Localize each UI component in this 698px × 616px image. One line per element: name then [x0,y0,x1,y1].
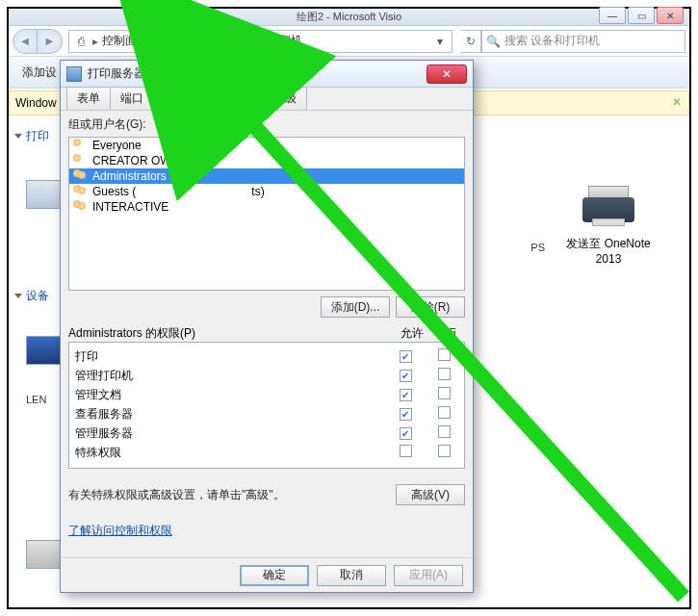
permission-name: 管理服务器 [75,425,381,442]
permission-row: 打印 [75,346,458,366]
allow-checkbox[interactable] [400,389,412,401]
dialog-tabstrip: 表单 端口 驱动程序 安全 高级 [61,88,473,111]
breadcrumb-dropdown-icon[interactable]: ▾ [432,35,448,48]
deny-checkbox[interactable] [438,368,451,380]
app-titlebar: 绘图2 - Microsoft Visio — ▭ ✕ [9,9,689,26]
explorer-nav: ◄ ► ⎙ ▸控制面板 ▸硬件和声音 ▸设备和打印机 ▾ ↻ 🔍 搜索 设备和打… [9,26,689,57]
deny-checkbox[interactable] [438,406,451,419]
refresh-button[interactable]: ↻ [460,30,481,53]
monitor-thumb[interactable] [26,336,63,365]
group-icon [73,200,89,214]
permission-row: 特殊权限 [75,443,458,462]
printer-icon [575,182,642,230]
advanced-button[interactable]: 高级(V) [396,484,465,505]
user-icon [73,139,89,152]
search-input[interactable]: 🔍 搜索 设备和打印机 [481,30,685,53]
collapse-icon [14,134,22,139]
dialog-icon [66,66,82,82]
col-deny: 拒 [436,325,465,342]
crumb-1[interactable]: 硬件和声音 [162,33,220,49]
window-close-button[interactable]: ✕ [657,7,684,24]
deny-checkbox[interactable] [438,445,451,457]
tab-ports[interactable]: 端口 [110,87,154,110]
permission-name: 管理文档 [75,387,381,403]
search-placeholder: 搜索 设备和打印机 [504,33,600,49]
dialog-title: 打印服务器 属性 [88,65,427,82]
section-printers-heading[interactable]: 打印 [14,128,49,144]
crumb-0[interactable]: 控制面板 [102,33,148,49]
learn-access-control-link[interactable]: 了解访问控制和权限 [68,523,172,539]
list-item: Everyone [69,138,464,153]
permissions-table: 打印管理打印机管理文档查看服务器管理服务器特殊权限 [68,342,465,469]
permission-row: 管理打印机 [75,366,458,385]
print-server-properties-dialog: 打印服务器 属性 ✕ 表单 端口 驱动程序 安全 高级 组或用户名(G): Ev… [60,60,474,593]
add-user-button[interactable]: 添加(D)... [321,296,390,318]
users-listbox[interactable]: Everyone CREATOR OWNER Administrators Gu… [68,137,465,291]
device-thumb-bottom[interactable] [26,540,63,569]
tab-advanced[interactable]: 高级 [263,87,307,110]
user-icon [73,154,89,167]
dialog-close-button[interactable]: ✕ [427,64,467,84]
remove-user-button[interactable]: 删除(R) [396,296,465,318]
dialog-titlebar[interactable]: 打印服务器 属性 ✕ [61,61,473,88]
onenote-label-2: 2013 [551,252,666,266]
allow-checkbox[interactable] [400,445,412,457]
info-bar-close-icon[interactable]: ✕ [669,95,685,111]
device-label-len: LEN [26,394,46,405]
permission-row: 查看服务器 [75,404,458,424]
search-icon: 🔍 [486,35,501,48]
allow-checkbox[interactable] [400,427,412,440]
breadcrumb-root-icon[interactable]: ⎙ [73,35,89,48]
list-item: CREATOR OWNER [69,153,464,168]
group-icon [73,169,89,183]
printer-label-ps: PS [530,242,545,253]
cancel-button[interactable]: 取消 [317,565,386,586]
col-allow: 允许 [388,325,436,342]
group-users-label: 组或用户名(G): [68,116,465,133]
apply-button[interactable]: 应用(A) [394,565,463,586]
printer-onenote[interactable]: 发送至 OneNote 2013 [551,182,666,266]
window-max-button[interactable]: ▭ [628,7,655,24]
permission-name: 查看服务器 [75,406,381,423]
deny-checkbox[interactable] [438,425,451,438]
crumb-2[interactable]: 设备和打印机 [233,33,302,49]
advanced-hint: 有关特殊权限或高级设置，请单击"高级"。 [68,487,396,503]
toolbar-add-device[interactable]: 添加设 [16,61,63,85]
tab-drivers[interactable]: 驱动程序 [153,87,220,110]
allow-checkbox[interactable] [400,350,412,363]
window-min-button[interactable]: — [599,7,626,24]
section-devices-heading[interactable]: 设备 [14,288,49,304]
list-item: Guests (ts) [69,184,464,199]
list-item-selected: Administrators [69,168,464,184]
deny-checkbox[interactable] [438,387,451,399]
permission-row: 管理文档 [75,385,458,404]
tab-security[interactable]: 安全 [220,88,264,111]
permissions-title: Administrators 的权限(P) [68,325,388,342]
permission-name: 打印 [75,348,381,365]
permissions-header: Administrators 的权限(P) 允许 拒 [68,325,465,342]
nav-back-button[interactable]: ◄ [13,29,38,54]
permission-row: 管理服务器 [75,424,458,443]
permission-name: 特殊权限 [75,445,381,461]
group-icon [73,185,89,198]
nav-forward-button[interactable]: ► [38,29,63,54]
list-item: INTERACTIVE [69,199,464,215]
collapse-icon [14,294,22,298]
permission-name: 管理打印机 [75,368,381,384]
dialog-footer: 确定 取消 应用(A) [61,557,473,592]
ok-button[interactable]: 确定 [240,565,309,586]
allow-checkbox[interactable] [400,408,412,421]
deny-checkbox[interactable] [438,348,451,361]
breadcrumb[interactable]: ⎙ ▸控制面板 ▸硬件和声音 ▸设备和打印机 ▾ [68,30,452,53]
app-title: 绘图2 - Microsoft Visio [297,10,401,24]
tab-forms[interactable]: 表单 [66,87,111,110]
onenote-label-1: 发送至 OneNote [551,236,666,252]
info-bar-text: Window [15,96,57,110]
allow-checkbox[interactable] [400,370,412,382]
printer-thumb-1[interactable] [26,180,63,209]
